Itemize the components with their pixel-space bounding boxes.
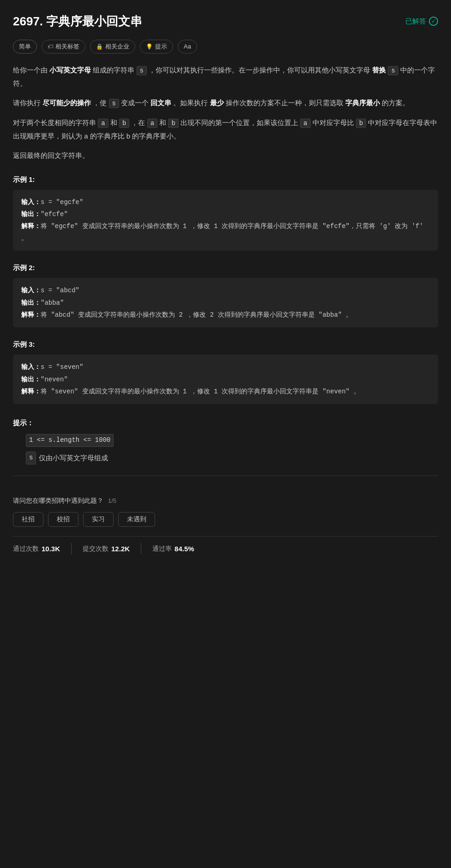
bold-lex-min: 字典序最小 — [345, 99, 380, 107]
tag-font[interactable]: Aa — [178, 40, 197, 54]
example3-output: 输出："neven" — [21, 374, 430, 386]
example2-output: 输出："abba" — [21, 297, 430, 309]
example1-output: 输出："efcfe" — [21, 208, 430, 220]
bold-text: 小写英文字母 — [49, 66, 91, 74]
example2-input: 输入：s = "abcd" — [21, 284, 430, 296]
inline-code-a: a — [98, 119, 108, 128]
example2-explain: 解释：将 "abcd" 变成回文字符串的最小操作次数为 2 ，修改 2 次得到的… — [21, 309, 430, 321]
explain-label: 解释： — [21, 387, 41, 395]
survey-section: 请问您在哪类招聘中遇到此题？ 1/5 社招 校招 实习 未遇到 — [13, 487, 438, 527]
output-label: 输出： — [21, 210, 41, 217]
hints-list: 1 <= s.length <= 1000 s 仅由小写英文字母组成 — [13, 434, 438, 464]
survey-question: 请问您在哪类招聘中遇到此题？ 1/5 — [13, 495, 438, 506]
solved-badge: 已解答 ✓ — [405, 15, 438, 27]
survey-option-weiyudao[interactable]: 未遇到 — [118, 512, 155, 527]
hint-item-1: 1 <= s.length <= 1000 — [26, 434, 438, 447]
tag-related-tags[interactable]: 🏷 相关标签 — [42, 40, 85, 54]
bulb-icon: 💡 — [146, 42, 153, 51]
tag-difficulty[interactable]: 简单 — [13, 40, 37, 54]
stat-pass-value: 10.3K — [42, 543, 60, 555]
example2-block: 输入：s = "abcd" 输出："abba" 解释：将 "abcd" 变成回文… — [13, 278, 438, 327]
hints-title: 提示： — [13, 417, 438, 429]
inline-code-s3: s — [109, 99, 119, 108]
tags-row: 简单 🏷 相关标签 🔒 相关企业 💡 提示 Aa — [13, 40, 438, 54]
hint-text: 仅由小写英文字母组成 — [39, 452, 108, 464]
inline-code-b: b — [119, 119, 129, 128]
tag-label: 相关标签 — [55, 42, 79, 52]
para4: 返回最终的回文字符串。 — [13, 149, 438, 163]
input-label: 输入： — [21, 286, 41, 294]
tag-related-companies[interactable]: 🔒 相关企业 — [90, 40, 135, 54]
para2: 请你执行 尽可能少的操作 ，使 s 变成一个 回文串 。如果执行 最少 操作次数… — [13, 96, 438, 110]
inline-code-s1: s — [137, 66, 147, 75]
description: 给你一个由 小写英文字母 组成的字符串 s ，你可以对其执行一些操作。在一步操作… — [13, 64, 438, 162]
example3-title: 示例 3: — [13, 338, 438, 350]
para1: 给你一个由 小写英文字母 组成的字符串 s ，你可以对其执行一些操作。在一步操作… — [13, 64, 438, 90]
survey-option-shezao[interactable]: 社招 — [13, 512, 43, 527]
problem-title: 2697. 字典序最小回文串 — [13, 11, 142, 31]
lock-icon: 🔒 — [96, 42, 103, 51]
output-label: 输出： — [21, 375, 41, 383]
example1-explain: 解释：将 "egcfe" 变成回文字符串的最小操作次数为 1 ，修改 1 次得到… — [21, 220, 430, 244]
inline-code-b2: b — [168, 119, 178, 128]
inline-code-s2: s — [388, 66, 398, 75]
inline-code-a3: a — [300, 119, 310, 128]
example3-explain: 解释：将 "seven" 变成回文字符串的最小操作次数为 1 ，修改 1 次得到… — [21, 386, 430, 398]
tag-label: 提示 — [155, 42, 167, 52]
tag-label: Aa — [184, 42, 191, 52]
input-label: 输入： — [21, 198, 41, 205]
explain-label: 解释： — [21, 311, 41, 318]
output-label: 输出： — [21, 299, 41, 306]
stat-submit-count: 提交次数 12.2K — [83, 543, 141, 555]
survey-option-xiaozao[interactable]: 校招 — [48, 512, 78, 527]
stats-row: 通过次数 10.3K 提交次数 12.2K 通过率 84.5% — [13, 536, 438, 561]
input-label: 输入： — [21, 363, 41, 370]
tag-label: 相关企业 — [105, 42, 129, 52]
bold-min-ops: 尽可能少的操作 — [42, 99, 91, 107]
stat-rate-value: 84.5% — [174, 543, 194, 555]
explain-label: 解释： — [21, 222, 41, 229]
bold-least: 最少 — [210, 99, 224, 107]
hint-item-2: s 仅由小写英文字母组成 — [26, 452, 438, 464]
survey-page: 1/5 — [108, 496, 116, 506]
example3-block: 输入：s = "seven" 输出："neven" 解释：将 "seven" 变… — [13, 355, 438, 404]
hints-section: 提示： 1 <= s.length <= 1000 s 仅由小写英文字母组成 — [13, 417, 438, 464]
stat-pass-rate: 通过率 84.5% — [152, 543, 194, 555]
tag-label: 简单 — [19, 42, 31, 52]
inline-code-a2: a — [147, 119, 157, 128]
survey-option-shixi[interactable]: 实习 — [83, 512, 114, 527]
example1-block: 输入：s = "egcfe" 输出："efcfe" 解释：将 "egcfe" 变… — [13, 190, 438, 251]
bold-replace: 替换 — [372, 66, 386, 74]
survey-options: 社招 校招 实习 未遇到 — [13, 512, 438, 527]
example1-input: 输入：s = "egcfe" — [21, 196, 430, 208]
title-row: 2697. 字典序最小回文串 已解答 ✓ — [13, 11, 438, 31]
tag-icon: 🏷 — [48, 42, 53, 51]
tag-hints[interactable]: 💡 提示 — [140, 40, 173, 54]
hint-code: 1 <= s.length <= 1000 — [26, 434, 114, 447]
check-icon: ✓ — [429, 17, 438, 26]
example3-input: 输入：s = "seven" — [21, 361, 430, 373]
stat-submit-value: 12.2K — [111, 543, 130, 555]
divider — [13, 476, 438, 476]
example1-title: 示例 1: — [13, 174, 438, 186]
bold-palindrome: 回文串 — [150, 99, 171, 107]
hint-code-s: s — [26, 452, 36, 464]
stat-pass-count: 通过次数 10.3K — [13, 543, 72, 555]
para3: 对于两个长度相同的字符串 a 和 b ，在 a 和 b 出现不同的第一个位置，如… — [13, 116, 438, 143]
example2-title: 示例 2: — [13, 262, 438, 274]
inline-code-b3: b — [356, 119, 366, 128]
